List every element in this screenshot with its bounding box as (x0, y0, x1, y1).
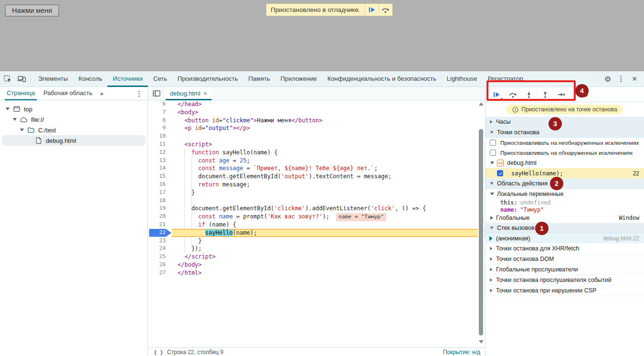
section-watch[interactable]: Часы (486, 117, 644, 127)
banner-resume-button[interactable] (365, 4, 379, 16)
code-text[interactable]: </script> (172, 253, 485, 261)
line-number-6[interactable]: 6 (148, 100, 172, 108)
code-text[interactable]: document.getElementById('output').textCo… (172, 173, 485, 181)
line-number-27[interactable]: 27 (148, 269, 172, 277)
code-text[interactable] (172, 132, 485, 140)
more-options-button[interactable]: ⋮ (614, 72, 628, 86)
line-number-10[interactable]: 10 (148, 132, 172, 140)
code-text[interactable]: if (name) { (172, 221, 485, 229)
tree-item-top[interactable]: top (2, 104, 146, 114)
code-text[interactable] (172, 197, 485, 205)
device-toolbar-button[interactable] (15, 73, 28, 85)
section-csp[interactable]: Точки останова при нарушении CSP (486, 285, 644, 296)
code-text[interactable]: <p id="output"></p> (172, 124, 485, 132)
tab-lighthouse[interactable]: Lighthouse (442, 71, 483, 87)
step-over-button[interactable] (508, 90, 517, 99)
code-text[interactable]: const message = `Привет, ${name}! Тебе $… (172, 164, 485, 173)
code-text[interactable]: </head> (172, 100, 485, 108)
code-text[interactable]: function sayHello(name) { (172, 149, 485, 157)
close-tab-icon[interactable]: × (203, 90, 207, 97)
line-number-13[interactable]: 13 (148, 157, 172, 165)
expand-caret-icon[interactable] (6, 108, 10, 110)
close-devtools-button[interactable]: ✕ (628, 72, 641, 86)
section-breakpoints[interactable]: Точки останова (486, 127, 644, 138)
section-item[interactable]: Глобальные прослушиватели (486, 264, 644, 275)
code-text[interactable]: <script> (172, 140, 485, 149)
tab-privacy-security[interactable]: Конфиденциальность и безопасность (322, 71, 442, 87)
tab-application[interactable]: Приложение (275, 71, 322, 87)
line-number-12[interactable]: 12 (148, 149, 172, 157)
tab-performance[interactable]: Производительность (172, 71, 243, 87)
coverage-link[interactable]: Покрытие: н/д (443, 349, 480, 356)
line-number-26[interactable]: 26 (148, 261, 172, 269)
scope-local-group[interactable]: Локальные переменные (486, 189, 644, 199)
line-number-9[interactable]: 9 (148, 124, 172, 132)
editor-scrollbar[interactable] (478, 100, 485, 347)
resume-button[interactable] (492, 90, 501, 99)
code-text[interactable]: </body> (172, 261, 485, 269)
line-number-11[interactable]: 11 (148, 140, 172, 149)
breakpoint-entry[interactable]: sayHello(name);22 (486, 168, 644, 178)
code-text[interactable]: </html> (172, 269, 485, 277)
line-number-15[interactable]: 15 (148, 173, 172, 181)
line-number-20[interactable]: 20 (148, 213, 172, 221)
code-text[interactable]: const age = 25; (172, 157, 485, 165)
scope-global-group[interactable]: Глобальные Window (486, 213, 644, 223)
expand-caret-icon[interactable] (20, 129, 24, 131)
line-number-14[interactable]: 14 (148, 164, 172, 173)
pretty-print-button[interactable]: { } (154, 349, 163, 356)
line-number-19[interactable]: 19 (148, 205, 172, 213)
code-text[interactable]: const name = prompt('Как вас зовут?');na… (172, 213, 485, 221)
scrollbar-up-arrow[interactable] (479, 102, 484, 106)
code-text[interactable]: document.getElementById('clickme').addEv… (172, 205, 485, 213)
code-text[interactable]: <body> (172, 108, 485, 117)
sidebar-more-button[interactable]: ⋮ (136, 89, 143, 98)
checkbox-checked[interactable] (497, 170, 503, 176)
line-number-17[interactable]: 17 (148, 189, 172, 197)
tab-console[interactable]: Консоль (73, 71, 107, 87)
section-call-stack[interactable]: Стек вызовов (486, 223, 644, 233)
section-xhr-fetch[interactable]: Точки останова для XHR/fetch (486, 243, 644, 254)
line-number-23[interactable]: 23 (148, 237, 172, 245)
call-stack-frame[interactable]: (анонимная)debug.html:22 (486, 233, 644, 243)
tab-memory[interactable]: Память (243, 71, 275, 87)
line-number-8[interactable]: 8 (148, 117, 172, 125)
step-out-button[interactable] (540, 90, 550, 99)
tab-sources[interactable]: Источники (107, 71, 148, 87)
tree-item-file[interactable]: file:// (2, 114, 146, 125)
tab-page[interactable]: Страница (5, 87, 37, 100)
section-item[interactable]: Точки останова прослушивателя событий (486, 275, 644, 285)
line-number-25[interactable]: 25 (148, 253, 172, 261)
breakpoint-file-group[interactable]: <> debug.html (486, 158, 644, 168)
scrollbar-thumb[interactable] (479, 129, 483, 335)
tree-item-debug-html[interactable]: debug.html (2, 135, 146, 146)
line-number-22[interactable]: 22 (148, 229, 172, 237)
line-number-21[interactable]: 21 (148, 221, 172, 229)
expand-caret-icon[interactable] (13, 118, 17, 121)
toggle-sidebar-button[interactable] (150, 88, 163, 99)
tree-item-c-test[interactable]: C:/test (2, 125, 146, 135)
overflow-chevron-icon[interactable]: » (100, 90, 104, 97)
step-button[interactable] (557, 90, 566, 99)
tab-recorder[interactable]: Регистратор (482, 71, 528, 87)
code-text[interactable]: sayHello(name); (172, 229, 485, 237)
code-text[interactable]: return message; (172, 181, 485, 189)
checkbox-unchecked[interactable] (490, 140, 496, 146)
demo-page-button[interactable]: Нажми меня (5, 4, 59, 17)
checkbox-unchecked[interactable] (490, 150, 496, 156)
line-number-7[interactable]: 7 (148, 108, 172, 117)
section-scope[interactable]: Область действия (486, 178, 644, 189)
banner-step-over-button[interactable] (379, 4, 392, 16)
tab-elements[interactable]: Элементы (33, 71, 73, 87)
line-number-16[interactable]: 16 (148, 181, 172, 189)
line-number-18[interactable]: 18 (148, 197, 172, 205)
editor-tab-debug-html[interactable]: debug.html × (166, 87, 211, 100)
step-into-button[interactable] (524, 90, 534, 99)
settings-button[interactable]: ⚙ (601, 72, 614, 86)
scope-var-name[interactable]: name:"Тимур" (486, 206, 644, 213)
code-text[interactable]: <button id="clickme">Нажми меня</button> (172, 117, 485, 125)
scope-var-this[interactable]: this:undefined (486, 199, 644, 206)
scrollbar-down-arrow[interactable] (479, 340, 484, 344)
code-text[interactable]: } (172, 189, 485, 197)
inspect-element-button[interactable] (1, 73, 14, 85)
